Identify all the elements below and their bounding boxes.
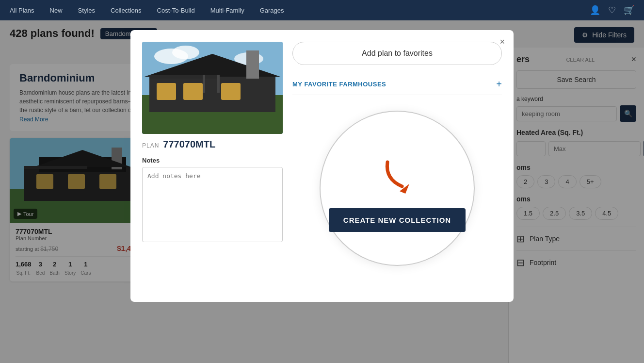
user-icon[interactable]: 👤	[590, 5, 600, 16]
create-collection-button[interactable]: CREATE NEW COLLECTION	[329, 208, 466, 232]
modal-plan-number-row: PLAN 777070MTL	[142, 139, 283, 150]
my-favorites-label: MY FAVORITE FARMHOUSES	[292, 81, 386, 88]
svg-rect-36	[221, 83, 241, 100]
add-collection-plus-button[interactable]: +	[496, 79, 502, 90]
svg-rect-34	[157, 83, 176, 100]
plan-number: 777070MTL	[163, 139, 215, 150]
cart-icon[interactable]: 🛒	[624, 5, 634, 16]
modal-left-panel: PLAN 777070MTL Notes	[142, 42, 283, 290]
nav-collections[interactable]: Collections	[111, 7, 142, 14]
modal-plan-image	[142, 42, 283, 134]
svg-rect-33	[246, 50, 259, 79]
nav-bar: All Plans New Styles Collections Cost-To…	[0, 0, 644, 20]
nav-cost-to-build[interactable]: Cost-To-Build	[157, 7, 195, 14]
modal-right-panel: Add plan to favorites MY FAVORITE FARMHO…	[292, 42, 502, 290]
svg-rect-35	[183, 83, 203, 100]
zoom-circle: CREATE NEW COLLECTION	[320, 111, 475, 266]
nav-styles[interactable]: Styles	[78, 7, 95, 14]
my-favorites-row: MY FAVORITE FARMHOUSES +	[292, 74, 502, 95]
notes-textarea[interactable]	[142, 167, 283, 242]
svg-rect-37	[149, 75, 217, 79]
plan-label: PLAN	[142, 142, 159, 149]
svg-rect-39	[217, 75, 220, 93]
zoom-circle-area: CREATE NEW COLLECTION	[315, 106, 480, 271]
notes-label: Notes	[142, 157, 283, 164]
modal-overlay: ×	[0, 20, 644, 363]
modal-close-button[interactable]: ×	[499, 37, 505, 47]
nav-all-plans[interactable]: All Plans	[10, 7, 34, 14]
nav-multi-family[interactable]: Multi-Family	[210, 7, 244, 14]
nav-new[interactable]: New	[50, 7, 63, 14]
svg-point-29	[172, 46, 199, 59]
nav-garages[interactable]: Garages	[260, 7, 284, 14]
heart-icon[interactable]: ♡	[608, 5, 616, 16]
arrow-down-icon	[375, 155, 419, 198]
svg-rect-38	[203, 75, 205, 93]
favorites-modal: ×	[130, 30, 514, 302]
add-favorites-button[interactable]: Add plan to favorites	[292, 42, 502, 65]
nav-icons: 👤 ♡ 🛒	[590, 5, 634, 16]
page-content: 428 plans found! Barndominium × ⚙ Hide F…	[0, 20, 644, 363]
